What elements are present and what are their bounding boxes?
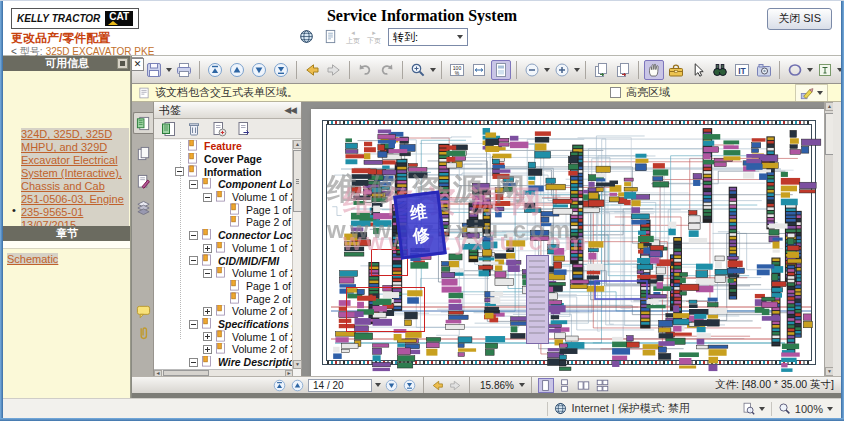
toolbox-button[interactable] xyxy=(666,60,686,80)
collapse-icon[interactable] xyxy=(189,358,198,367)
zoom-in-button[interactable] xyxy=(552,60,572,80)
two-up-continuous-layout-button[interactable] xyxy=(595,378,611,393)
doc-go-icon[interactable] xyxy=(236,121,252,137)
scroll-up-icon[interactable]: ▲ xyxy=(293,140,302,149)
next-page-button[interactable]: ▸下页 xyxy=(367,29,381,44)
zoom-out-button[interactable] xyxy=(522,60,542,80)
hand-button[interactable] xyxy=(644,60,664,80)
pencil-dropdown-button[interactable] xyxy=(795,84,828,102)
document-page[interactable]: 维修资源网 www.vzyxiu.com 维修资源网 www.vzyxiu.co… xyxy=(311,109,827,376)
chevron-down-icon[interactable] xyxy=(166,68,172,72)
trash-icon[interactable] xyxy=(186,121,202,137)
bookmark-item[interactable]: Feature xyxy=(154,140,293,153)
continuous-layout-button[interactable] xyxy=(557,378,573,393)
expand-icon[interactable] xyxy=(203,345,212,354)
bookmark-item[interactable]: Cover Page xyxy=(154,153,293,166)
bookmark-item[interactable]: Volume 2 of 2 - xyxy=(154,305,293,318)
close-sis-button[interactable]: 关闭 SIS xyxy=(767,8,832,30)
collapse-icon[interactable] xyxy=(189,231,198,240)
bookmark-item[interactable]: CID/MID/FMI xyxy=(154,254,293,267)
globe-icon[interactable] xyxy=(298,28,315,45)
expand-icon[interactable] xyxy=(203,244,212,253)
page-dropdown-caret[interactable] xyxy=(375,383,381,387)
last-page-button[interactable] xyxy=(402,378,417,393)
doc-plus-icon[interactable] xyxy=(211,121,227,137)
browser-zoom-control[interactable]: 100% xyxy=(778,402,833,415)
scrollbar-thumb[interactable] xyxy=(293,150,302,212)
collapse-icon[interactable] xyxy=(189,256,198,265)
fit-page-button[interactable] xyxy=(491,60,511,80)
select-button[interactable] xyxy=(688,60,708,80)
forward-view-button[interactable] xyxy=(324,60,344,80)
scroll-down-icon[interactable]: ▼ xyxy=(825,367,833,376)
goto-dropdown[interactable]: 转到: xyxy=(388,28,468,46)
bookmark-item[interactable]: Volume 1 of 2 - xyxy=(154,191,293,204)
tab-forms[interactable] xyxy=(133,170,153,192)
bookmark-item[interactable]: Information xyxy=(154,165,293,178)
two-up-layout-button[interactable] xyxy=(576,378,592,393)
close-panel-button[interactable]: ✕ xyxy=(131,58,144,71)
zoom-level[interactable]: 15.86% xyxy=(480,380,514,391)
expand-icon[interactable] xyxy=(203,332,212,341)
prev-page-button[interactable] xyxy=(227,60,247,80)
save-button[interactable] xyxy=(144,60,164,80)
bookmark-item[interactable]: Wire Description xyxy=(154,356,293,369)
collapse-icon[interactable] xyxy=(189,320,198,329)
bookmark-item[interactable]: Specifications and xyxy=(154,318,293,331)
prev-page-button[interactable] xyxy=(290,378,305,393)
document-vertical-scrollbar[interactable]: ▲ ▼ xyxy=(824,102,833,376)
chevron-down-icon[interactable] xyxy=(807,68,813,72)
collapse-icon[interactable] xyxy=(189,180,198,189)
bookmarks-horizontal-scrollbar[interactable]: ◄ ► xyxy=(154,369,293,376)
page-zoom-button[interactable] xyxy=(742,402,765,415)
scrollbar-thumb[interactable] xyxy=(825,113,833,155)
previous-view-button[interactable] xyxy=(430,378,445,393)
bookmark-item[interactable]: Page 2 of 2 xyxy=(154,216,293,229)
zoom-100-button[interactable]: 100% xyxy=(447,60,467,80)
info-document-link[interactable]: 324D, 325D, 325D MHPU, and 329D Excavato… xyxy=(21,128,129,232)
collapse-icon[interactable] xyxy=(203,193,212,202)
bookmark-item[interactable]: Volume 1 of 2 - xyxy=(154,242,293,255)
scroll-up-icon[interactable]: ▲ xyxy=(825,102,833,111)
scroll-down-icon[interactable]: ▼ xyxy=(293,360,302,369)
minimize-button[interactable] xyxy=(117,58,128,69)
bookmark-item[interactable]: Volume 1 of 2 - xyxy=(154,330,293,343)
tab-bookmarks[interactable] xyxy=(133,112,153,134)
zoom-dropdown-caret[interactable] xyxy=(519,383,525,387)
highlight-checkbox[interactable] xyxy=(610,87,621,98)
next-page-button[interactable] xyxy=(384,378,399,393)
text-box-button[interactable] xyxy=(815,60,835,80)
binoculars-button[interactable] xyxy=(710,60,730,80)
bookmark-item[interactable]: Page 1 of 2 xyxy=(154,203,293,216)
tab-layers[interactable] xyxy=(133,196,153,218)
bm-tab-icon[interactable] xyxy=(161,121,177,137)
first-page-button[interactable] xyxy=(205,60,225,80)
pages-copy-button[interactable] xyxy=(591,60,611,80)
collapse-icon[interactable] xyxy=(175,167,184,176)
bookmark-item[interactable]: Volume 1 of 2 - xyxy=(154,267,293,280)
single-page-layout-button[interactable] xyxy=(538,378,554,393)
expand-icon[interactable] xyxy=(203,307,212,316)
collapse-panel-icon[interactable]: ◀◀ xyxy=(284,105,296,115)
zoom-marquee-button[interactable] xyxy=(408,60,428,80)
undo-button[interactable] xyxy=(355,60,375,80)
print-button[interactable] xyxy=(174,60,194,80)
bookmark-item[interactable]: Connector Locatio xyxy=(154,229,293,242)
chevron-down-icon[interactable] xyxy=(574,68,580,72)
tab-attachments[interactable] xyxy=(133,322,153,344)
first-page-button[interactable] xyxy=(272,378,287,393)
prev-page-button[interactable]: ◂上页 xyxy=(346,29,360,44)
next-page-button[interactable] xyxy=(249,60,269,80)
last-page-button[interactable] xyxy=(271,60,291,80)
bookmark-item[interactable]: Page 2 of 2 xyxy=(154,292,293,305)
bookmark-item[interactable]: Component Locat xyxy=(154,178,293,191)
document-icon[interactable] xyxy=(322,28,339,45)
bookmarks-vertical-scrollbar[interactable]: ▲ ▼ xyxy=(292,140,301,369)
tab-comments[interactable] xyxy=(133,300,153,322)
redo-button[interactable] xyxy=(377,60,397,80)
schematic-link[interactable]: Schematic xyxy=(7,253,58,265)
fit-width-button[interactable] xyxy=(469,60,489,80)
chevron-down-icon[interactable] xyxy=(430,68,436,72)
chevron-down-icon[interactable] xyxy=(544,68,550,72)
text-edit-button[interactable]: IT xyxy=(732,60,752,80)
